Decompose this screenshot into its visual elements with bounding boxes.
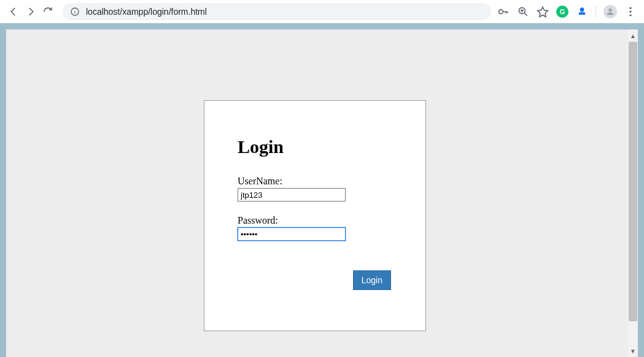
toolbar-divider — [596, 6, 596, 17]
extension-grammarly-icon[interactable]: G — [556, 6, 568, 18]
toolbar-right: G — [497, 5, 639, 18]
extension-blue-icon[interactable] — [576, 6, 588, 18]
username-label: UserName: — [238, 176, 392, 187]
star-icon[interactable] — [537, 6, 549, 18]
svg-marker-8 — [538, 7, 548, 17]
site-info-icon[interactable] — [70, 7, 80, 17]
page-body: Login UserName: Password: Login ▲ ▼ — [6, 29, 638, 357]
url-text: localhost/xampp/login/form.html — [86, 7, 207, 17]
svg-point-13 — [629, 10, 631, 12]
svg-line-5 — [525, 13, 527, 15]
svg-point-3 — [499, 9, 503, 14]
menu-icon[interactable] — [624, 6, 637, 18]
svg-point-9 — [580, 7, 584, 12]
username-input[interactable] — [238, 188, 346, 202]
scroll-up-icon[interactable]: ▲ — [628, 31, 638, 41]
reload-button[interactable] — [39, 3, 56, 20]
svg-point-11 — [608, 8, 611, 11]
vertical-scrollbar[interactable]: ▲ ▼ — [628, 29, 638, 357]
zoom-icon[interactable] — [517, 6, 529, 18]
profile-avatar[interactable] — [603, 5, 617, 18]
address-bar[interactable]: localhost/xampp/login/form.html — [63, 3, 491, 20]
svg-point-12 — [629, 7, 631, 9]
browser-toolbar: localhost/xampp/login/form.html G — [0, 0, 644, 23]
page-title: Login — [238, 136, 392, 157]
svg-point-14 — [629, 14, 631, 16]
back-button[interactable] — [5, 3, 22, 20]
forward-button[interactable] — [22, 3, 39, 20]
password-label: Password: — [238, 215, 392, 226]
scroll-down-icon[interactable]: ▼ — [628, 346, 638, 356]
key-icon[interactable] — [497, 6, 510, 18]
password-input[interactable] — [238, 227, 346, 241]
scrollbar-thumb[interactable] — [629, 42, 637, 321]
svg-rect-10 — [579, 12, 585, 14]
browser-viewport: Login UserName: Password: Login ▲ ▼ — [0, 23, 644, 357]
login-button[interactable]: Login — [353, 270, 391, 290]
login-form-card: Login UserName: Password: Login — [204, 100, 426, 331]
